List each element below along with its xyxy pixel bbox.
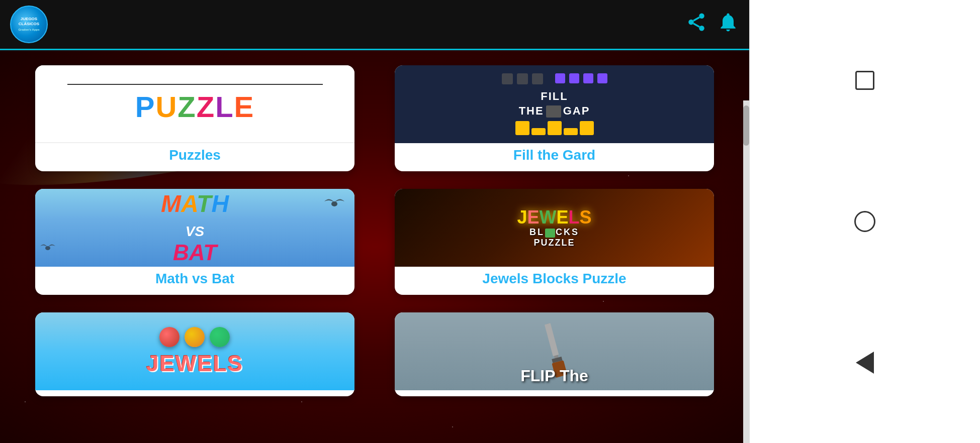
math-bat-label: Math vs Bat [150, 267, 239, 289]
background-content: PUZZLE Puzzles [0, 50, 749, 443]
puzzle-word: PUZZLE [135, 90, 255, 124]
back-icon [856, 352, 874, 374]
home-button[interactable] [851, 207, 879, 235]
game-grid: PUZZLE Puzzles [35, 65, 714, 396]
svg-line-4 [693, 17, 699, 21]
math-bat-image: MATH VS BAT [35, 189, 354, 267]
notification-icon[interactable] [717, 11, 739, 38]
game-card-flip[interactable]: FLIP The [395, 312, 714, 396]
svg-line-3 [693, 24, 699, 27]
logo-icon: JUEGOSCLÁSICOSGraden's Apps [10, 6, 48, 43]
svg-point-5 [331, 201, 337, 206]
flip-image: FLIP The [395, 312, 714, 390]
fill-gap-image: FILLTHEGAP [395, 65, 714, 143]
puzzles-image: PUZZLE [35, 65, 354, 143]
home-icon [854, 211, 875, 232]
topbar-icons [686, 11, 739, 38]
svg-point-0 [699, 14, 704, 19]
jewels-blocks-image: JEWELS BLCKS PUZZLE [395, 189, 714, 267]
back-button[interactable] [851, 349, 879, 376]
game-card-jewels-blocks[interactable]: JEWELS BLCKS PUZZLE Jewels Blocks Puzzle [395, 189, 714, 295]
math-bat-title-text: MATH VS BAT [161, 192, 229, 264]
svg-point-1 [688, 20, 694, 25]
svg-rect-8 [544, 323, 558, 356]
flip-title-text: FLIP The [395, 366, 714, 385]
game-card-math-bat[interactable]: MATH VS BAT Math vs Bat [35, 189, 354, 295]
jewels-blocks-label: Jewels Blocks Puzzle [477, 267, 631, 289]
logo-area[interactable]: JUEGOSCLÁSICOSGraden's Apps [10, 6, 48, 43]
puzzles-label: Puzzles [164, 143, 226, 165]
recent-apps-button[interactable] [851, 67, 879, 94]
jewels-blocks-title: JEWELS [517, 207, 591, 228]
android-navigation-bar [749, 0, 980, 443]
logo-text: JUEGOSCLÁSICOSGraden's Apps [18, 17, 39, 32]
game-card-fill-gap[interactable]: FILLTHEGAP Fill the Gard [395, 65, 714, 171]
fill-gap-label: Fill the Gard [508, 143, 600, 165]
share-icon[interactable] [686, 12, 707, 37]
fill-gap-text: FILLTHEGAP [519, 89, 590, 118]
scrollbar[interactable] [743, 100, 749, 443]
scrollbar-thumb[interactable] [743, 105, 749, 146]
jewels3-image: JEWELS [35, 312, 354, 390]
recent-apps-icon [855, 71, 874, 90]
app-container: JUEGOSCLÁSICOSGraden's Apps [0, 0, 749, 443]
svg-point-2 [699, 26, 704, 31]
game-card-puzzles[interactable]: PUZZLE Puzzles [35, 65, 354, 171]
svg-point-6 [45, 246, 50, 250]
game-card-jewels3[interactable]: JEWELS [35, 312, 354, 396]
topbar: JUEGOSCLÁSICOSGraden's Apps [0, 0, 749, 50]
